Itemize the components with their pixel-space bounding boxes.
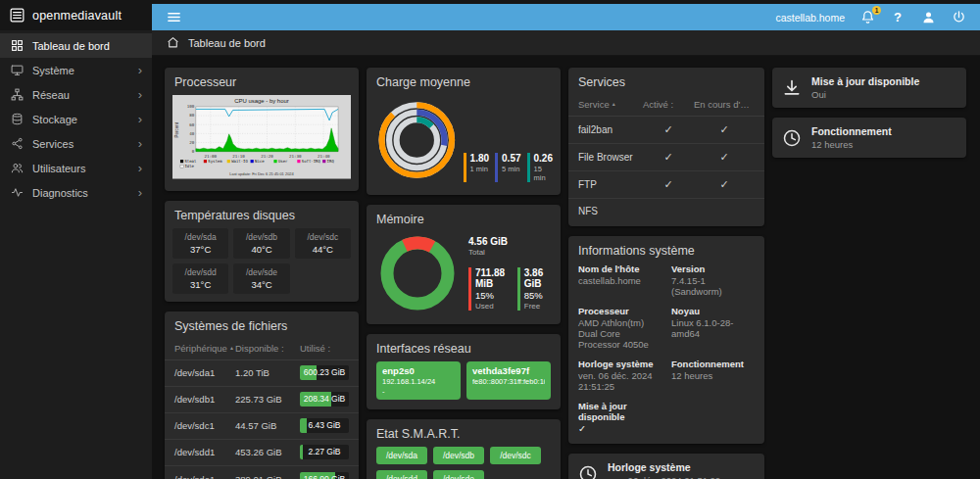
card-title: Mémoire	[367, 205, 561, 232]
sidebar-item-label: Diagnostics	[32, 187, 88, 199]
sidebar-item-storage[interactable]: Stockage ›	[0, 107, 152, 131]
network-icon	[10, 88, 24, 102]
home-button[interactable]	[167, 36, 179, 49]
uptime-title: Fonctionnement	[811, 125, 892, 137]
update-available-card: Mise à jour disponible Oui	[772, 68, 966, 108]
hostname-label: castellab.home	[775, 12, 845, 24]
load-5min: 0.575 min	[495, 153, 520, 182]
filesystem-row: /dev/sda11.20 TiB 600.23 GiB	[165, 360, 359, 387]
breadcrumb: Tableau de bord	[152, 30, 980, 56]
svg-text:21:20: 21:20	[261, 154, 273, 159]
load-average-card: Charge moyenne	[367, 68, 561, 195]
disk-temp-cell: /dev/sde34°C	[233, 263, 289, 294]
sidebar-item-label: Utilisateurs	[32, 163, 85, 174]
notification-badge: 1	[872, 6, 881, 15]
chevron-right-icon: ›	[138, 113, 142, 125]
filesystems-table-header: Périphérique▲ Disponible : Utilisé :	[165, 339, 359, 360]
sidebar-item-dashboard[interactable]: Tableau de bord	[0, 33, 152, 58]
menu-toggle-button[interactable]	[166, 10, 181, 25]
smart-device-pill: /dev/sdd	[376, 470, 427, 479]
users-icon	[10, 162, 24, 175]
load-1min: 1.801 min	[464, 153, 489, 182]
user-menu-button[interactable]	[920, 10, 936, 25]
sidebar-item-services[interactable]: Services ›	[0, 131, 152, 156]
memory-total: 4.56 GiB Total	[468, 236, 551, 257]
column-header-running[interactable]: En cours d'exécution :	[694, 99, 755, 110]
info-field: Fonctionnement12 heures	[671, 359, 755, 392]
network-interface: vethda3fe97f fe80::8007:31ff:feb0:10...	[466, 361, 551, 400]
info-field: ProcesseurAMD Athlon(tm) Dual Core Proce…	[578, 306, 662, 350]
sidebar-item-network[interactable]: Réseau ›	[0, 82, 152, 107]
column-header-enabled[interactable]: Activé :	[643, 99, 694, 110]
openmediavault-logo-icon	[9, 7, 25, 24]
service-row: File Browser ✓ ✓	[568, 144, 764, 171]
svg-text:Soft-IRQ: Soft-IRQ	[302, 159, 321, 164]
uptime-value: 12 heures	[811, 139, 892, 150]
update-value: Oui	[811, 89, 919, 100]
memory-card: Mémoire 4.56 GiB Total	[367, 205, 561, 324]
notifications-button[interactable]: 1	[859, 10, 875, 25]
filesystem-row: /dev/sdd1453.26 GiB 2.27 GiB	[165, 440, 359, 466]
svg-text:Nice: Nice	[255, 159, 265, 164]
smart-device-pill: /dev/sdb	[433, 447, 484, 464]
sort-asc-icon: ▲	[612, 101, 616, 107]
dashboard-icon	[10, 39, 24, 53]
svg-text:40: 40	[189, 131, 195, 136]
check-icon: ✓	[643, 151, 694, 164]
load-15min: 0.2615 min	[527, 153, 553, 182]
sidebar-item-system[interactable]: Système ›	[0, 58, 152, 82]
column-header-service[interactable]: Service▲	[578, 99, 643, 110]
filesystem-row: /dev/sdb1225.73 GiB 208.34 GiB	[165, 387, 359, 413]
card-title: Charge moyenne	[367, 68, 561, 95]
card-title: Interfaces réseau	[367, 334, 561, 361]
column-header-available[interactable]: Disponible :	[235, 343, 300, 354]
column-header-used[interactable]: Utilisé :	[300, 343, 349, 354]
memory-free-legend: 3.86 GiB 85% Free	[517, 267, 551, 311]
disk-temp-cell: /dev/sdb40°C	[233, 228, 289, 259]
database-icon	[10, 113, 24, 126]
sidebar-item-users[interactable]: Utilisateurs ›	[0, 156, 152, 180]
card-title: Températures disques	[165, 201, 359, 228]
check-icon: ✓	[578, 423, 662, 434]
usage-bar: 166.90 GiB	[300, 472, 349, 479]
check-icon: ✓	[643, 178, 694, 191]
sidebar-item-diagnostics[interactable]: Diagnostics ›	[0, 180, 152, 205]
card-title: Processeur	[165, 68, 359, 95]
svg-text:User: User	[278, 159, 288, 164]
brand[interactable]: openmediavault	[0, 0, 152, 30]
logout-button[interactable]	[951, 10, 966, 25]
smart-device-pill: /dev/sdc	[490, 447, 541, 464]
column-header-device[interactable]: Périphérique▲	[174, 343, 235, 354]
network-interfaces-card: Interfaces réseau enp2s0 192.168.1.14/24…	[367, 334, 561, 409]
svg-text:21:00: 21:00	[205, 154, 218, 159]
chevron-right-icon: ›	[138, 137, 142, 150]
card-title: Systèmes de fichiers	[165, 311, 359, 339]
top-bar-main: castellab.home 1 ?	[152, 0, 980, 30]
svg-text:100: 100	[187, 104, 195, 109]
share-icon	[10, 137, 24, 151]
brand-name: openmediavault	[32, 9, 122, 23]
load-values: 1.801 min 0.575 min 0.2615 min	[464, 153, 553, 182]
monitor-icon	[10, 64, 24, 77]
check-icon: ✓	[694, 178, 755, 191]
card-title: Informations système	[568, 236, 764, 263]
power-icon	[952, 10, 966, 24]
openmediavault-app: openmediavault castellab.home 1 ?	[0, 0, 980, 479]
sidebar-item-label: Réseau	[32, 89, 70, 101]
network-interface: enp2s0 192.168.1.14/24 -	[376, 361, 461, 400]
clock-icon	[578, 464, 598, 479]
info-field: NoyauLinux 6.1.0-28-amd64	[671, 306, 755, 350]
graph-ylabel: Percent	[174, 121, 179, 137]
svg-text:21:10: 21:10	[232, 154, 245, 159]
info-field: Nom de l'hôtecastellab.home	[578, 263, 662, 297]
person-icon	[921, 10, 936, 24]
help-button[interactable]: ?	[890, 10, 906, 25]
filesystems-card: Systèmes de fichiers Périphérique▲ Dispo…	[165, 311, 359, 479]
dashboard: Processeur CPU usage - by hour Percent	[152, 56, 980, 479]
graph-last-update: Last update: Fri Dec 6 21:45:01 2024	[229, 171, 294, 176]
chevron-right-icon: ›	[138, 64, 142, 76]
sidebar-item-label: Stockage	[32, 114, 77, 125]
usage-bar: 2.27 GiB	[300, 445, 349, 459]
top-bar: openmediavault castellab.home 1 ?	[0, 0, 980, 30]
svg-text:60: 60	[189, 122, 195, 127]
